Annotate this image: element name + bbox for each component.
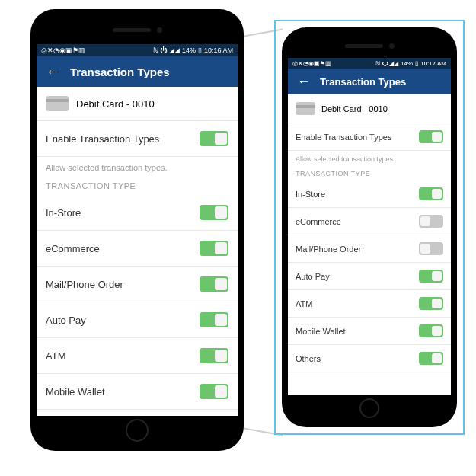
transaction-type-toggle[interactable] <box>200 384 228 399</box>
transaction-type-label: Mail/Phone Order <box>296 244 361 254</box>
transaction-type-toggle[interactable] <box>419 215 443 228</box>
card-header[interactable]: Debit Card - 0010 <box>288 94 451 123</box>
transaction-type-label: Auto Pay <box>296 272 330 281</box>
transaction-type-row: Others <box>288 345 451 372</box>
transaction-type-label: eCommerce <box>296 217 341 226</box>
master-toggle[interactable] <box>200 131 228 146</box>
transaction-type-row: eCommerce <box>288 208 451 235</box>
transaction-type-label: ATM <box>46 350 65 362</box>
clock: 10:17 AM <box>420 60 446 67</box>
transaction-type-row: Mail/Phone Order <box>288 235 451 263</box>
transaction-type-toggle[interactable] <box>200 241 228 256</box>
screen-left: ◎✕◔◉▣⚑▥ ℕ ⏻ ◢◢ 14% ▯ 10:16 AM ← Transact… <box>37 44 238 416</box>
transaction-type-label: Others <box>296 354 321 363</box>
phone-chin <box>288 395 451 421</box>
transaction-type-toggle[interactable] <box>200 205 228 220</box>
card-name: Debit Card - 0010 <box>76 98 155 110</box>
back-arrow-icon[interactable]: ← <box>297 74 311 90</box>
transaction-type-row: Mobile Wallet <box>288 318 451 345</box>
transaction-type-row: eCommerce <box>37 231 238 267</box>
status-bar: ◎✕◔◉▣⚑▥ ℕ ⏻ ◢◢ 14% ▯ 10:17 AM <box>288 58 451 69</box>
battery-percent: 14% <box>182 46 196 54</box>
transaction-type-label: Mobile Wallet <box>46 386 105 398</box>
transaction-type-row: Mail/Phone Order <box>37 267 238 302</box>
transaction-type-toggle[interactable] <box>419 324 443 337</box>
back-arrow-icon[interactable]: ← <box>46 64 59 80</box>
transaction-type-row: Auto Pay <box>288 263 451 290</box>
transaction-type-label: Auto Pay <box>46 315 86 326</box>
status-icons-left: ◎✕◔◉▣⚑▥ <box>292 60 331 67</box>
transaction-type-label: In-Store <box>46 207 81 219</box>
transaction-type-label: ATM <box>296 299 312 308</box>
master-toggle-label: Enable Transaction Types <box>46 133 159 145</box>
status-icons-right: ℕ ⏻ ◢◢ <box>375 60 398 67</box>
helper-text: Allow selected transaction types. <box>288 151 451 165</box>
card-name: Debit Card - 0010 <box>321 104 388 113</box>
helper-text: Allow selected transaction types. <box>37 157 238 175</box>
transaction-type-toggle[interactable] <box>419 270 443 283</box>
transaction-types-list: In-StoreeCommerceMail/Phone OrderAuto Pa… <box>37 195 238 416</box>
home-button[interactable] <box>359 398 379 418</box>
battery-icon: ▯ <box>415 60 418 67</box>
transaction-type-row: ATM <box>288 290 451 318</box>
phone-frame-right: ◎✕◔◉▣⚑▥ ℕ ⏻ ◢◢ 14% ▯ 10:17 AM ← Transact… <box>282 27 457 427</box>
transaction-type-toggle[interactable] <box>200 276 228 292</box>
transaction-type-row: Mobile Wallet <box>37 374 238 410</box>
transaction-type-row: In-Store <box>37 195 238 231</box>
app-bar: ← Transaction Types <box>288 69 451 94</box>
section-label: TRANSACTION TYPE <box>37 175 238 195</box>
phone-chin <box>37 416 238 445</box>
app-bar: ← Transaction Types <box>37 56 238 87</box>
transaction-type-toggle[interactable] <box>419 187 443 200</box>
transaction-type-toggle[interactable] <box>419 242 443 255</box>
status-icons-left: ◎✕◔◉▣⚑▥ <box>41 46 85 54</box>
page-title: Transaction Types <box>320 76 406 88</box>
transaction-type-toggle[interactable] <box>419 352 443 365</box>
battery-percent: 14% <box>401 60 413 67</box>
transaction-types-list: In-StoreeCommerceMail/Phone OrderAuto Pa… <box>288 180 451 395</box>
card-header[interactable]: Debit Card - 0010 <box>37 87 238 121</box>
master-toggle-label: Enable Transaction Types <box>296 133 391 142</box>
phone-frame-left: ◎✕◔◉▣⚑▥ ℕ ⏻ ◢◢ 14% ▯ 10:16 AM ← Transact… <box>30 9 244 451</box>
transaction-type-row: In-Store <box>288 180 451 208</box>
screen-right: ◎✕◔◉▣⚑▥ ℕ ⏻ ◢◢ 14% ▯ 10:17 AM ← Transact… <box>288 58 451 395</box>
battery-icon: ▯ <box>198 46 202 54</box>
master-toggle-row: Enable Transaction Types <box>288 123 451 151</box>
transaction-type-label: Mail/Phone Order <box>46 279 123 290</box>
section-label: TRANSACTION TYPE <box>288 165 451 180</box>
transaction-type-toggle[interactable] <box>200 348 228 363</box>
master-toggle-row: Enable Transaction Types <box>37 121 238 157</box>
transaction-type-label: Mobile Wallet <box>296 327 346 336</box>
status-icons-right: ℕ ⏻ ◢◢ <box>153 46 180 54</box>
card-icon <box>296 102 315 115</box>
transaction-type-label: eCommerce <box>46 243 100 254</box>
transaction-type-row: Auto Pay <box>37 302 238 338</box>
transaction-type-row: Others <box>37 410 238 416</box>
home-button[interactable] <box>126 419 149 442</box>
transaction-type-label: In-Store <box>296 190 325 199</box>
transaction-type-row: ATM <box>37 338 238 374</box>
master-toggle[interactable] <box>419 130 443 143</box>
transaction-type-toggle[interactable] <box>200 312 228 327</box>
card-icon <box>46 96 69 111</box>
phone-earpiece <box>288 34 451 58</box>
phone-earpiece <box>37 15 238 44</box>
status-bar: ◎✕◔◉▣⚑▥ ℕ ⏻ ◢◢ 14% ▯ 10:16 AM <box>37 44 238 56</box>
page-title: Transaction Types <box>70 65 170 78</box>
clock: 10:16 AM <box>204 46 233 54</box>
transaction-type-toggle[interactable] <box>419 297 443 310</box>
